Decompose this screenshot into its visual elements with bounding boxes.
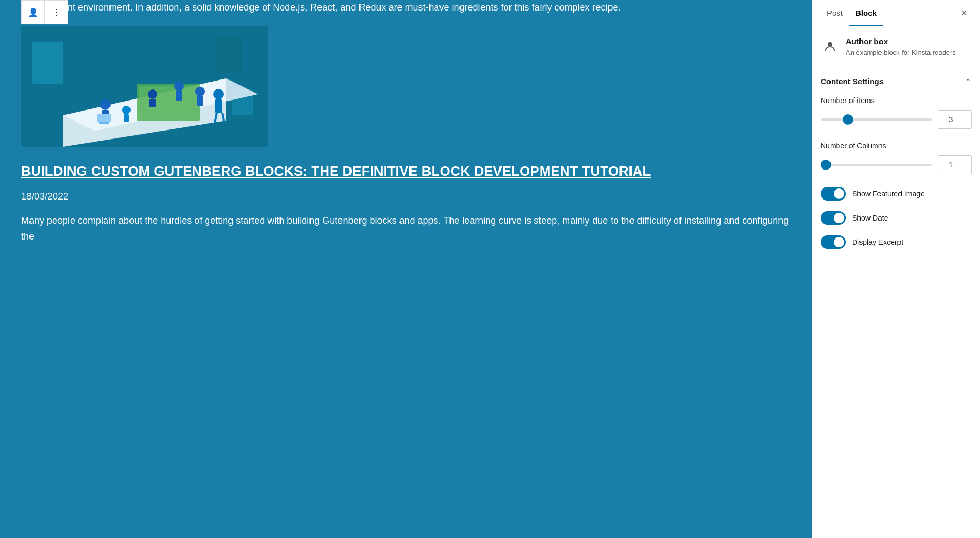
show-date-toggle[interactable] (821, 211, 846, 225)
svg-rect-17 (124, 114, 129, 122)
number-of-columns-slider[interactable] (821, 164, 932, 166)
content-settings-title: Content Settings (821, 77, 884, 86)
svg-point-8 (100, 99, 111, 110)
number-of-items-label: Number of items (821, 96, 972, 105)
post-excerpt: Many people complain about the hurdles o… (21, 213, 791, 245)
content-settings-header: Content Settings ⌃ (821, 77, 972, 86)
number-of-items-control (821, 110, 972, 129)
block-type-icon (821, 37, 839, 56)
number-of-columns-control (821, 155, 972, 174)
svg-rect-21 (215, 99, 222, 113)
svg-point-16 (122, 106, 131, 114)
more-options-icon: ⋮ (52, 7, 61, 17)
block-author-icon-btn[interactable]: 👤 (22, 1, 45, 24)
main-content-area: 👤 ⋮ development environment. In addition… (0, 0, 812, 538)
post-date: 18/03/2022 (21, 191, 791, 202)
collapse-settings-button[interactable]: ⌃ (965, 77, 972, 86)
svg-rect-2 (216, 36, 242, 73)
svg-point-20 (213, 89, 224, 99)
svg-rect-15 (197, 96, 203, 106)
block-description: An example block for Kinsta readers (846, 48, 956, 57)
svg-rect-11 (176, 91, 182, 101)
display-excerpt-label: Display Excerpt (852, 238, 903, 246)
show-featured-image-label: Show Featured Image (852, 190, 925, 198)
show-date-label: Show Date (852, 214, 888, 222)
tab-block[interactable]: Block (849, 0, 883, 26)
block-more-options-btn[interactable]: ⋮ (45, 1, 68, 24)
display-excerpt-row: Display Excerpt (821, 235, 972, 249)
close-sidebar-button[interactable]: × (957, 3, 972, 23)
content-settings-section: Content Settings ⌃ Number of items Numbe… (812, 68, 980, 268)
number-of-columns-input[interactable] (938, 155, 972, 174)
svg-point-14 (195, 87, 205, 96)
block-info-section: Author box An example block for Kinsta r… (812, 26, 980, 68)
post-featured-image (21, 26, 268, 147)
block-name: Author box (846, 37, 956, 46)
svg-rect-13 (149, 99, 156, 107)
intro-text: development environment. In addition, a … (21, 0, 791, 15)
svg-point-24 (828, 42, 832, 46)
sidebar-tabs: Post Block × (812, 0, 980, 26)
svg-rect-19 (99, 122, 109, 124)
display-excerpt-toggle[interactable] (821, 235, 846, 249)
post-title: BUILDING CUSTOM GUTENBERG BLOCKS: THE DE… (21, 163, 791, 181)
show-featured-image-toggle[interactable] (821, 187, 846, 201)
block-toolbar: 👤 ⋮ (21, 0, 68, 24)
number-of-items-input[interactable] (938, 110, 972, 129)
show-featured-image-row: Show Featured Image (821, 187, 972, 201)
show-date-row: Show Date (821, 211, 972, 225)
number-of-items-setting: Number of items (821, 96, 972, 129)
number-of-columns-setting: Number of Columns (821, 142, 972, 174)
svg-rect-1 (32, 42, 63, 84)
tab-post[interactable]: Post (821, 0, 849, 26)
block-info-text: Author box An example block for Kinsta r… (846, 37, 956, 57)
sidebar-panel: Post Block × Author box An example block… (812, 0, 980, 538)
svg-rect-7 (139, 86, 197, 118)
chevron-up-icon: ⌃ (965, 77, 972, 86)
svg-point-12 (148, 89, 157, 99)
svg-point-10 (174, 82, 184, 91)
number-of-columns-label: Number of Columns (821, 142, 972, 150)
author-icon: 👤 (28, 7, 38, 17)
number-of-items-slider[interactable] (821, 118, 932, 121)
svg-rect-18 (97, 114, 111, 122)
